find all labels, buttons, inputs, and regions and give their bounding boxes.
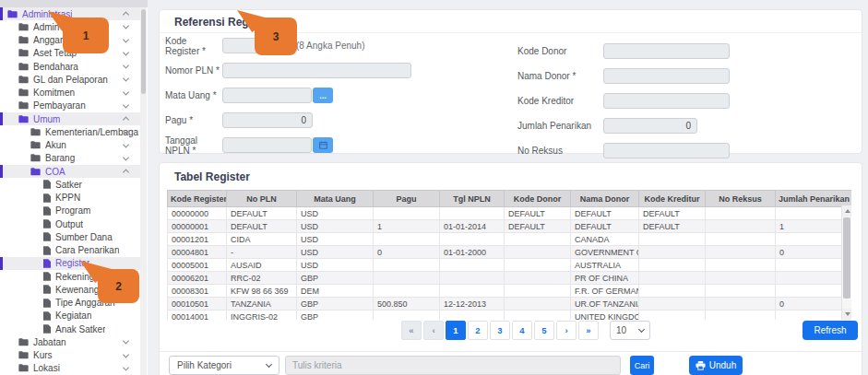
sidebar-item-jabatan[interactable]: Jabatan <box>0 335 140 348</box>
mata-uang-lookup-button[interactable]: ... <box>313 88 333 103</box>
column-header-no-pln[interactable]: No PLN <box>227 191 297 207</box>
caret-down-icon <box>123 351 129 357</box>
pagination-page-button-4[interactable]: 4 <box>512 321 532 340</box>
sidebar-item-anak-satker[interactable]: Anak Satker <box>0 322 140 335</box>
table-row[interactable]: 00004801-USD001-01-2000GOVERNMENT OF JA.… <box>168 246 852 259</box>
folder-icon <box>18 49 29 57</box>
column-header-nama-donor[interactable]: Nama Donor <box>571 191 639 207</box>
table-scrollbar[interactable] <box>841 205 851 320</box>
pagination-page-button-3[interactable]: 3 <box>490 321 510 340</box>
sidebar-scrollbar-thumb[interactable] <box>141 9 146 94</box>
folder-icon <box>30 168 41 176</box>
column-header-kode-register[interactable]: Kode Register <box>168 191 227 207</box>
sidebar-item-output[interactable]: Output <box>0 217 140 230</box>
kode-donor-label: Kode Donor <box>517 46 603 56</box>
category-select[interactable]: Pilih Kategori <box>169 356 279 375</box>
table-cell: DEM <box>297 285 374 298</box>
tanggal-npln-calendar-button[interactable] <box>313 137 333 153</box>
sidebar-item-label: Bendahara <box>33 62 78 72</box>
table-cell: DEFAULT <box>227 220 297 233</box>
nama-donor-input[interactable] <box>603 68 730 84</box>
caret-down-icon <box>123 101 129 108</box>
pagination-prev-button[interactable]: ‹ <box>423 321 444 340</box>
table-cell <box>706 207 776 220</box>
table-cell: 00006201 <box>168 272 227 285</box>
sidebar-item-kurs[interactable]: Kurs <box>0 349 140 362</box>
column-header-kode-kreditur[interactable]: Kode Kreditur <box>639 191 706 207</box>
sidebar-item-satker[interactable]: Satker <box>0 178 140 191</box>
table-row[interactable]: 00000000DEFAULTUSDDEFAULTDEFAULTDEFAULT <box>168 207 852 220</box>
no-reksus-input[interactable] <box>603 143 730 158</box>
sidebar-item-register[interactable]: Register <box>0 257 140 270</box>
pagination-page-button-1[interactable]: 1 <box>446 321 466 340</box>
refresh-button[interactable]: Refresh <box>803 321 858 340</box>
table-cell: INGGRIS-02 <box>227 311 297 321</box>
sidebar-item-akun[interactable]: Akun <box>0 139 140 152</box>
sidebar-item-kementerian-lembaga[interactable]: Kementerian/Lembaga <box>0 125 140 138</box>
table-cell <box>440 272 505 285</box>
table-row[interactable]: 00006201RRC-02GBPPR OF CHINA <box>168 272 852 285</box>
pagu-label: Pagu * <box>165 115 222 125</box>
nama-donor-label: Nama Donor * <box>517 71 603 81</box>
scroll-down-icon[interactable] <box>842 309 851 320</box>
column-header-jumlah-penarikan[interactable]: Jumlah Penarikan <box>776 191 852 207</box>
table-cell: 0 <box>374 246 440 259</box>
table-row[interactable]: 00001201CIDAUSDCANADA <box>168 233 852 246</box>
table-cell: USD <box>297 233 374 246</box>
sidebar-item-program[interactable]: Program <box>0 205 140 217</box>
table-cell: AUSTRALIA <box>571 259 639 272</box>
table-cell: RRC-02 <box>227 272 297 285</box>
sidebar-item-bendahara[interactable]: Bendahara <box>0 60 140 73</box>
sidebar-item-pembayaran[interactable]: Pembayaran <box>0 100 140 112</box>
table-row[interactable]: 00008301KFW 98 66 369DEMF.R. OF GERMANY <box>168 285 852 298</box>
column-header-tgl-npln[interactable]: Tgl NPLN <box>440 191 505 207</box>
sidebar-item-komitmen[interactable]: Komitmen <box>0 87 140 100</box>
download-button[interactable]: Unduh <box>689 356 743 375</box>
table-cell: GBP <box>297 298 374 311</box>
pagination-page-button-2[interactable]: 2 <box>468 321 488 340</box>
pagination-next-button[interactable]: › <box>556 321 577 340</box>
sidebar-item-kegiatan[interactable]: Kegiatan <box>0 310 140 322</box>
sidebar-item-umum[interactable]: Umum <box>0 112 140 125</box>
column-header-mata-uang[interactable]: Mata Uang <box>297 191 374 207</box>
table-row[interactable]: 00000001DEFAULTUSD101-01-2014DEFAULTDEFA… <box>168 220 852 233</box>
sidebar-item-gl-dan-pelaporan[interactable]: GL dan Pelaporan <box>0 73 140 86</box>
tanggal-npln-input[interactable] <box>222 137 312 153</box>
column-header-no-reksus[interactable]: No Reksus <box>706 191 776 207</box>
sidebar-item-lokasi[interactable]: Lokasi <box>0 362 140 375</box>
table-cell <box>374 311 440 321</box>
column-header-pagu[interactable]: Pagu <box>374 191 440 207</box>
jumlah-penarikan-input[interactable] <box>603 118 697 134</box>
scroll-up-icon[interactable] <box>842 205 851 217</box>
kode-donor-input[interactable] <box>603 43 730 59</box>
sidebar-item-coa[interactable]: COA <box>0 165 140 178</box>
column-header-kode-donor[interactable]: Kode Donor <box>505 191 571 207</box>
table-cell: 00014001 <box>168 311 227 321</box>
pagination-first-button[interactable]: « <box>401 321 422 340</box>
sidebar-scrollbar[interactable] <box>140 7 147 375</box>
table-cell: AUSAID <box>227 259 297 272</box>
category-select-label: Pilih Kategori <box>177 360 232 370</box>
kode-kreditor-input[interactable] <box>603 93 730 109</box>
sidebar-item-kppn[interactable]: KPPN <box>0 192 140 205</box>
pagu-input[interactable] <box>222 112 313 128</box>
sidebar-item-sumber-dana[interactable]: Sumber Dana <box>0 230 140 243</box>
sidebar-item-barang[interactable]: Barang <box>0 152 140 165</box>
page-size-select[interactable]: 10 <box>610 321 650 340</box>
mata-uang-input[interactable] <box>222 88 312 103</box>
nomor-pln-input[interactable] <box>222 63 411 78</box>
pagination-last-button[interactable]: » <box>578 321 599 340</box>
search-button[interactable]: Cari <box>630 356 654 375</box>
table-cell: DEFAULT <box>639 207 706 220</box>
sidebar-item-cara-penarikan[interactable]: Cara Penarikan <box>0 244 140 257</box>
table-scrollbar-thumb[interactable] <box>843 217 850 299</box>
table-cell: 01-01-2014 <box>440 220 505 233</box>
table-row[interactable]: 00010501TANZANIAGBP500.85012-12-2013UR.O… <box>168 298 852 311</box>
caret-down-icon <box>123 154 129 160</box>
sidebar-item-label: Kurs <box>33 350 53 360</box>
criteria-input[interactable] <box>285 356 621 375</box>
table-row[interactable]: 00014001INGGRIS-02GBPUNITED KINGDOM <box>168 311 852 321</box>
table-cell <box>776 207 852 220</box>
pagination-page-button-5[interactable]: 5 <box>534 321 554 340</box>
table-row[interactable]: 00005001AUSAIDUSDAUSTRALIA <box>168 259 852 272</box>
